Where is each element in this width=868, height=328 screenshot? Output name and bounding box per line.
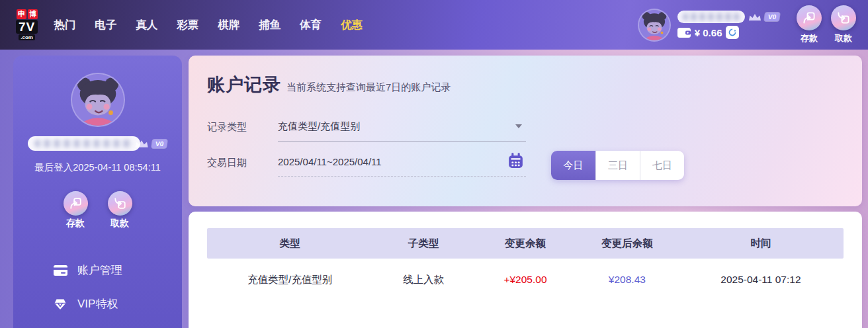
header-type: 类型 bbox=[207, 237, 372, 251]
header-change-balance: 变更余额 bbox=[474, 237, 576, 251]
page-title: 账户记录 bbox=[207, 73, 281, 97]
nav-item-hot[interactable]: 热门 bbox=[54, 18, 75, 32]
record-type-value: 充值类型/充值型别 bbox=[278, 120, 360, 132]
sidebar-withdraw-circle bbox=[108, 191, 132, 216]
header-subtype: 子类型 bbox=[372, 237, 474, 251]
calendar-picker-button[interactable] bbox=[507, 152, 525, 172]
date-range-value: 2025/04/11~2025/04/11 bbox=[278, 156, 382, 167]
account-records-panel: 账户记录 当前系统支持查询最近7日的账户记录 记录类型 充值类型/充值型别 交易… bbox=[189, 56, 862, 206]
user-info-column: V0 ¥ 0.66 bbox=[677, 11, 779, 39]
sidebar-menu: 账户管理 VIP特权 红利红包 bbox=[13, 253, 182, 328]
sidebar: V0 最后登入2025-04-11 08:54:11 存款 取款 bbox=[13, 56, 182, 328]
crown-icon bbox=[748, 13, 762, 22]
refresh-balance-button[interactable] bbox=[726, 26, 739, 39]
user-cluster: V0 ¥ 0.66 bbox=[638, 5, 856, 44]
date-label: 交易日期 bbox=[207, 155, 278, 169]
nav-item-sports[interactable]: 体育 bbox=[300, 18, 322, 32]
date-range-presets: 今日 三日 七日 bbox=[551, 151, 684, 180]
username-masked bbox=[677, 11, 745, 23]
cell-change-amount: +¥205.00 bbox=[474, 274, 576, 286]
sidebar-withdraw-arrow-icon bbox=[113, 196, 127, 210]
deposit-label: 存款 bbox=[801, 32, 818, 44]
nav-quick-actions: 存款 取款 bbox=[797, 5, 856, 44]
sidebar-withdraw-button[interactable]: 取款 bbox=[108, 191, 132, 229]
sidebar-username-masked bbox=[28, 136, 140, 151]
sidebar-deposit-arrow-icon bbox=[69, 196, 83, 210]
logo-char-shen: 申 bbox=[17, 9, 26, 19]
filter-form: 记录类型 充值类型/充值型别 交易日期 2025/04/11~2025/04/1… bbox=[207, 119, 844, 185]
last-login-text: 最后登入2025-04-11 08:54:11 bbox=[34, 161, 161, 174]
records-table-panel: 类型 子类型 变更余额 变更后余额 时间 充值类型/充值型别 线上入款 +¥20… bbox=[189, 212, 862, 328]
range-three-days-button[interactable]: 三日 bbox=[595, 151, 640, 180]
vip-level-badge: V0 bbox=[764, 13, 780, 21]
deposit-arrow-icon bbox=[802, 11, 816, 25]
sidebar-avatar bbox=[71, 73, 125, 127]
nav-item-fishing[interactable]: 捕鱼 bbox=[259, 18, 281, 32]
sidebar-withdraw-label: 取款 bbox=[110, 218, 129, 229]
logo-char-bo: 博 bbox=[28, 9, 38, 19]
nav-item-lottery[interactable]: 彩票 bbox=[177, 18, 198, 32]
header-time: 时间 bbox=[678, 237, 844, 251]
table-header-row: 类型 子类型 变更余额 变更后余额 时间 bbox=[207, 228, 844, 259]
top-navbar: 申 博 7V .com 热门 电子 真人 彩票 棋牌 捕鱼 体育 优惠 bbox=[0, 0, 868, 50]
nav-item-board-games[interactable]: 棋牌 bbox=[218, 18, 239, 32]
sidebar-deposit-button[interactable]: 存款 bbox=[64, 191, 88, 229]
header-after-balance: 变更后余额 bbox=[576, 237, 678, 251]
nav-item-live[interactable]: 真人 bbox=[136, 18, 157, 32]
range-seven-days-button[interactable]: 七日 bbox=[640, 151, 684, 180]
logo-7v: 7V bbox=[16, 20, 38, 34]
menu-label: VIP特权 bbox=[77, 296, 118, 311]
page-subtitle: 当前系统支持查询最近7日的账户记录 bbox=[286, 81, 451, 94]
user-name-row: V0 bbox=[677, 11, 779, 23]
cell-time: 2025-04-11 07:12 bbox=[678, 274, 844, 286]
logo-com: .com bbox=[19, 34, 35, 40]
menu-label: 账户管理 bbox=[77, 263, 122, 278]
sidebar-avatar-illustration bbox=[72, 74, 124, 126]
withdraw-label: 取款 bbox=[835, 32, 852, 44]
cell-after-amount: ¥208.43 bbox=[576, 274, 678, 286]
sidebar-deposit-label: 存款 bbox=[66, 218, 85, 229]
avatar-illustration bbox=[639, 10, 670, 40]
sidebar-item-bonus-red-packet[interactable]: 红利红包 bbox=[13, 321, 182, 328]
bank-card-icon bbox=[53, 265, 67, 276]
range-today-button[interactable]: 今日 bbox=[551, 151, 595, 180]
cell-subtype: 线上入款 bbox=[372, 273, 474, 287]
balance-row: ¥ 0.66 bbox=[677, 26, 779, 39]
sidebar-item-vip-privileges[interactable]: VIP特权 bbox=[13, 287, 182, 321]
sidebar-vip-badge: V0 bbox=[152, 140, 167, 148]
cell-type: 充值类型/充值型别 bbox=[207, 273, 372, 287]
withdraw-arrow-icon bbox=[836, 11, 851, 25]
date-range-row: 交易日期 2025/04/11~2025/04/11 bbox=[207, 155, 844, 185]
wallet-icon bbox=[677, 28, 691, 38]
site-logo[interactable]: 申 博 7V .com bbox=[16, 9, 38, 40]
user-avatar[interactable] bbox=[638, 9, 671, 42]
sidebar-username-row: V0 bbox=[28, 136, 167, 151]
main-nav: 热门 电子 真人 彩票 棋牌 捕鱼 体育 优惠 bbox=[54, 18, 363, 32]
nav-item-slots[interactable]: 电子 bbox=[95, 18, 116, 32]
chevron-down-icon bbox=[515, 124, 522, 128]
deposit-circle bbox=[797, 5, 822, 30]
sidebar-item-account-management[interactable]: 账户管理 bbox=[13, 253, 182, 287]
balance-amount: ¥ 0.66 bbox=[695, 27, 722, 38]
page-title-row: 账户记录 当前系统支持查询最近7日的账户记录 bbox=[207, 73, 844, 97]
record-type-label: 记录类型 bbox=[207, 119, 278, 134]
nav-item-promotions[interactable]: 优惠 bbox=[341, 18, 363, 32]
vip-gem-icon bbox=[53, 298, 67, 310]
logo-top-row: 申 博 bbox=[17, 9, 38, 19]
record-type-select[interactable]: 充值类型/充值型别 bbox=[278, 119, 526, 142]
table-row: 充值类型/充值型别 线上入款 +¥205.00 ¥208.43 2025-04-… bbox=[207, 259, 844, 301]
deposit-button[interactable]: 存款 bbox=[797, 5, 822, 44]
date-range-input[interactable]: 2025/04/11~2025/04/11 bbox=[278, 155, 526, 177]
sidebar-username-blur bbox=[34, 140, 134, 147]
withdraw-circle bbox=[831, 5, 856, 30]
withdraw-button[interactable]: 取款 bbox=[831, 5, 856, 44]
calendar-icon bbox=[507, 152, 525, 170]
sidebar-quick-actions: 存款 取款 bbox=[64, 191, 132, 229]
refresh-icon bbox=[728, 28, 737, 37]
record-type-row: 记录类型 充值类型/充值型别 bbox=[207, 119, 844, 149]
username-blur bbox=[683, 13, 740, 20]
sidebar-deposit-circle bbox=[64, 191, 88, 216]
